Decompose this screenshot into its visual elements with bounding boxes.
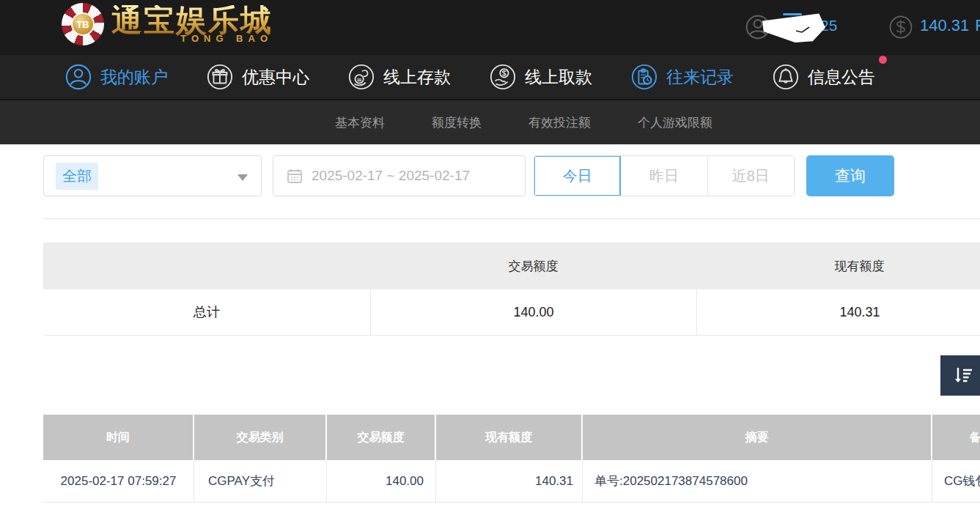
poker-chip-icon: TB	[62, 3, 104, 45]
records-table-header: 时间 交易类别 交易额度 现有额度 摘要 备注	[43, 415, 980, 460]
caret-down-icon	[237, 174, 248, 181]
col-remark: 备注	[932, 415, 980, 460]
notification-dot	[879, 56, 887, 64]
nav-my-account[interactable]: 我的账户	[65, 63, 168, 91]
withdraw-icon	[489, 63, 517, 91]
account-subnav: 基本资料 额度转换 有效投注额 个人游戏限额	[0, 100, 980, 144]
subnav-game-limits[interactable]: 个人游戏限额	[638, 114, 712, 131]
subnav-valid-bets[interactable]: 有效投注额	[528, 114, 591, 131]
chip-monogram: TB	[71, 12, 95, 36]
records-icon	[630, 63, 658, 91]
today-button[interactable]: 今日	[534, 156, 621, 196]
cell-time: 2025-02-17 07:59:27	[43, 460, 194, 502]
col-summary: 摘要	[583, 415, 932, 460]
summary-trade-amount: 140.00	[370, 289, 696, 335]
main-nav: 我的账户 优惠中心 线上存款 线上取款 往来记录 信息公告	[0, 55, 980, 100]
calendar-icon	[287, 168, 303, 184]
subnav-basic-info[interactable]: 基本资料	[335, 114, 385, 131]
summary-current-amount: 140.31	[696, 289, 980, 335]
summary-table: 交易额度 现有额度 总计 140.00 140.31	[43, 243, 980, 336]
site-logo[interactable]: TB 通宝娱乐城 TONG BAO	[62, 3, 273, 45]
sort-desc-icon	[952, 365, 974, 387]
type-select[interactable]: 全部	[43, 155, 262, 196]
summary-table-header: 交易额度 现有额度	[43, 243, 980, 289]
dollar-icon	[888, 15, 913, 40]
site-title: 通宝娱乐城	[111, 5, 273, 36]
summary-col-trade-amount: 交易额度	[370, 258, 696, 275]
nav-announcements[interactable]: 信息公告	[772, 63, 875, 91]
col-type: 交易类别	[194, 415, 327, 460]
col-trade-amount: 交易额度	[327, 415, 436, 460]
sort-descending-button[interactable]	[940, 355, 980, 396]
balance-currency: RMB	[975, 16, 980, 34]
date-range-value: 2025-02-17 ~ 2025-02-17	[312, 168, 470, 184]
section-divider	[43, 218, 980, 219]
date-range-input[interactable]: 2025-02-17 ~ 2025-02-17	[273, 155, 526, 196]
summary-col-current-amount: 现有额度	[696, 258, 980, 275]
subnav-credit-transfer[interactable]: 额度转换	[432, 114, 482, 131]
nav-promotions[interactable]: 优惠中心	[206, 63, 309, 91]
summary-total-label: 总计	[43, 303, 370, 321]
nav-online-deposit[interactable]: 线上存款	[347, 63, 451, 91]
nav-transaction-records[interactable]: 往来记录	[630, 63, 734, 91]
col-time: 时间	[43, 415, 194, 460]
bell-icon	[772, 63, 800, 91]
deposit-icon	[347, 63, 375, 91]
last8days-button[interactable]: 近8日	[708, 156, 794, 196]
username-peek	[783, 13, 802, 15]
cell-trade-amount: 140.00	[327, 460, 436, 502]
yesterday-button[interactable]: 昨日	[621, 156, 707, 196]
balance-value: 140.31	[920, 16, 969, 34]
gift-icon	[206, 63, 234, 91]
username-redaction	[762, 12, 825, 42]
col-current-amount: 现有额度	[436, 415, 583, 460]
cell-remark: CG钱包	[932, 460, 980, 502]
top-header: TB 通宝娱乐城 TONG BAO 25 140.31RMB	[0, 0, 980, 55]
search-button[interactable]: 查询	[806, 155, 894, 196]
cell-current-amount: 140.31	[436, 460, 583, 502]
quick-date-group: 今日 昨日 近8日	[534, 155, 795, 196]
nav-online-withdrawal[interactable]: 线上取款	[489, 63, 592, 91]
records-table: 时间 交易类别 交易额度 现有额度 摘要 备注 2025-02-17 07:59…	[43, 415, 980, 503]
table-row: 2025-02-17 07:59:27 CGPAY支付 140.00 140.3…	[43, 460, 980, 503]
user-icon	[65, 63, 92, 91]
type-select-value: 全部	[56, 163, 98, 190]
redaction-mark	[795, 26, 810, 34]
main-content: 全部 2025-02-17 ~ 2025-02-17 今日 昨日 近8日 查询 …	[0, 144, 980, 517]
summary-total-row: 总计 140.00 140.31	[43, 289, 980, 336]
cell-type: CGPAY支付	[194, 460, 327, 502]
cell-summary: 单号:202502173874578600	[583, 460, 932, 502]
balance[interactable]: 140.31RMB	[920, 16, 980, 35]
